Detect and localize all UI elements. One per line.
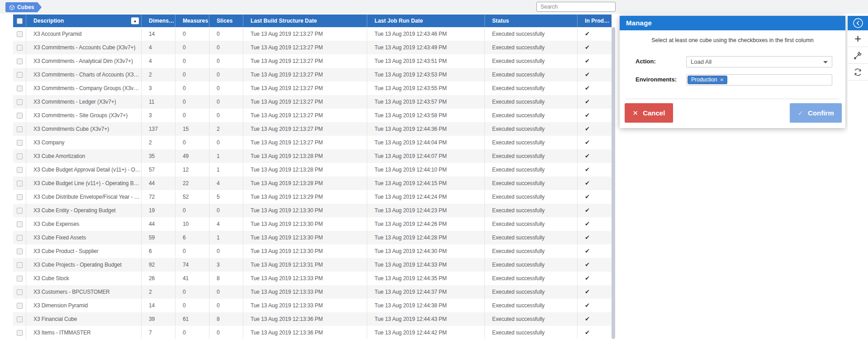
add-button[interactable]: + — [848, 30, 868, 47]
column-header-dimensions[interactable]: Dimensions — [141, 14, 175, 27]
cell-description: X3 Cube Fixed Assets — [26, 231, 141, 244]
table-row[interactable]: X3 Cube Budget Approval Detail (v11+) - … — [13, 163, 612, 177]
row-checkbox[interactable] — [17, 153, 23, 159]
tab-cubes[interactable]: Cubes — [5, 2, 38, 12]
cell-dimensions: 72 — [141, 190, 175, 204]
table-row[interactable]: X3 Commitments - Analytical Dim (X3v7+)4… — [13, 54, 612, 68]
table-row[interactable]: X3 Items - ITMMASTER700Tue 13 Aug 2019 1… — [13, 326, 612, 339]
row-checkbox[interactable] — [17, 248, 23, 254]
column-header-measures[interactable]: Measures — [175, 14, 209, 27]
in-production-check-icon: ✔ — [585, 153, 590, 159]
table-row[interactable]: X3 Cube Budget Line (v11+) - Operating B… — [13, 177, 612, 190]
row-checkbox[interactable] — [17, 208, 23, 214]
table-row[interactable]: X3 Commitments - Charts of Accounts (X3v… — [13, 68, 612, 81]
table-row[interactable]: X3 Dimension Pyramid1400Tue 13 Aug 2019 … — [13, 299, 612, 312]
in-production-check-icon: ✔ — [585, 315, 590, 322]
cell-status: Executed successfully — [484, 95, 577, 109]
row-checkbox[interactable] — [17, 167, 23, 173]
row-checkbox[interactable] — [17, 330, 23, 336]
row-checkbox[interactable] — [17, 194, 23, 200]
cell-measures: 0 — [175, 95, 209, 109]
column-header-slices[interactable]: Slices — [209, 14, 243, 27]
table-row[interactable]: X3 Cube Expenses44104Tue 13 Aug 2019 12:… — [13, 217, 612, 231]
table-row[interactable]: X3 Account Pyramid1400Tue 13 Aug 2019 12… — [13, 27, 612, 41]
table-row[interactable]: X3 Cube Distribute Envelope/Fiscal Year … — [13, 190, 612, 204]
cell-last-job-date: Tue 13 Aug 2019 12:44:43 PM — [367, 312, 484, 326]
row-checkbox[interactable] — [17, 181, 23, 186]
cell-measures: 15 — [175, 122, 209, 136]
row-checkbox[interactable] — [17, 316, 23, 322]
row-checkbox[interactable] — [17, 276, 23, 282]
table-row[interactable]: X3 Cube Fixed Assets5961Tue 13 Aug 2019 … — [13, 231, 612, 244]
table-row[interactable]: X3 Cube Product - Supplier600Tue 13 Aug … — [13, 244, 612, 258]
row-checkbox[interactable] — [17, 221, 23, 227]
row-checkbox[interactable] — [17, 45, 23, 51]
table-vertical-scrollbar[interactable] — [612, 27, 615, 339]
cell-description: X3 Items - ITMMASTER — [26, 326, 141, 339]
cell-dimensions: 19 — [141, 204, 175, 217]
sort-ascending-icon[interactable]: ▲ — [131, 18, 139, 24]
column-header-last-job[interactable]: Last Job Run Date — [367, 14, 484, 27]
cell-in-production: ✔ — [577, 244, 612, 258]
table-row[interactable]: X3 Cube Stock26418Tue 13 Aug 2019 12:13:… — [13, 272, 612, 285]
table-row[interactable]: X3 Commitments - Accounts Cube (X3v7+)40… — [13, 41, 612, 54]
table-row[interactable]: X3 Cube Amortization35491Tue 13 Aug 2019… — [13, 149, 612, 163]
cell-last-build-date: Tue 13 Aug 2019 12:13:28 PM — [243, 177, 367, 190]
row-checkbox[interactable] — [17, 303, 23, 309]
table-row[interactable]: X3 Financial Cube39618Tue 13 Aug 2019 12… — [13, 312, 612, 326]
confirm-button-label: Confirm — [808, 109, 834, 117]
row-checkbox[interactable] — [17, 235, 23, 241]
table-row[interactable]: X3 Cube Entity - Operating Budget1900Tue… — [13, 204, 612, 217]
table-row[interactable]: X3 Customers - BPCUSTOMER200Tue 13 Aug 2… — [13, 285, 612, 299]
row-checkbox[interactable] — [17, 31, 23, 37]
manage-tools-button[interactable] — [848, 47, 868, 64]
environments-input[interactable]: Production ✕ — [686, 74, 832, 86]
refresh-button[interactable] — [848, 64, 868, 81]
row-checkbox[interactable] — [17, 126, 23, 132]
cell-measures: 0 — [175, 81, 209, 95]
table-row[interactable]: X3 Company200Tue 13 Aug 2019 12:13:27 PM… — [13, 136, 612, 149]
column-header-status[interactable]: Status — [484, 14, 577, 27]
cell-status: Executed successfully — [484, 312, 577, 326]
row-checkbox[interactable] — [17, 72, 23, 78]
search-input[interactable] — [536, 2, 616, 12]
table-row[interactable]: X3 Commitments - Site Groups (X3v7+)300T… — [13, 109, 612, 122]
cell-description: X3 Cube Stock — [26, 272, 141, 285]
cell-status: Executed successfully — [484, 244, 577, 258]
row-checkbox-cell — [13, 244, 26, 258]
remove-tag-icon[interactable]: ✕ — [720, 76, 723, 84]
cell-slices: 0 — [209, 95, 243, 109]
cell-description: X3 Commitments - Analytical Dim (X3v7+) — [26, 54, 141, 68]
refresh-icon — [853, 67, 863, 77]
cell-description: X3 Cube Budget Approval Detail (v11+) - … — [26, 163, 141, 177]
column-header-last-build[interactable]: Last Build Structure Date — [243, 14, 367, 27]
in-production-check-icon: ✔ — [585, 85, 590, 91]
cell-measures: 41 — [175, 272, 209, 285]
table-row[interactable]: X3 Commitments - Company Groups (X3v7+)3… — [13, 81, 612, 95]
table-row[interactable]: X3 Commitments Cube (X3v7+)137152Tue 13 … — [13, 122, 612, 136]
table-row[interactable]: X3 Cube Projects - Operating Budget92743… — [13, 258, 612, 272]
row-checkbox[interactable] — [17, 99, 23, 105]
row-checkbox[interactable] — [17, 262, 23, 268]
cell-status: Executed successfully — [484, 326, 577, 339]
cell-dimensions: 39 — [141, 312, 175, 326]
cell-slices: 1 — [209, 231, 243, 244]
confirm-button[interactable]: ✓ Confirm — [790, 103, 842, 123]
cell-last-build-date: Tue 13 Aug 2019 12:13:29 PM — [243, 190, 367, 204]
row-checkbox[interactable] — [17, 113, 23, 119]
row-checkbox[interactable] — [17, 289, 23, 295]
collapse-panel-button[interactable] — [848, 16, 868, 30]
cell-description: X3 Cube Product - Supplier — [26, 244, 141, 258]
in-production-check-icon: ✔ — [585, 302, 590, 309]
select-all-checkbox[interactable] — [17, 18, 23, 24]
row-checkbox[interactable] — [17, 58, 23, 64]
column-header-description[interactable]: Description ▲ — [26, 14, 141, 27]
cancel-button[interactable]: ✕ Cancel — [625, 103, 673, 123]
environment-tag-label: Production — [691, 76, 717, 84]
table-row[interactable]: X3 Commitments - Ledger (X3v7+)1100Tue 1… — [13, 95, 612, 109]
cell-in-production: ✔ — [577, 54, 612, 68]
row-checkbox[interactable] — [17, 140, 23, 146]
column-header-in-production[interactable]: In Produc... — [577, 14, 612, 27]
row-checkbox[interactable] — [17, 86, 23, 91]
action-select[interactable]: Load All — [686, 56, 832, 67]
